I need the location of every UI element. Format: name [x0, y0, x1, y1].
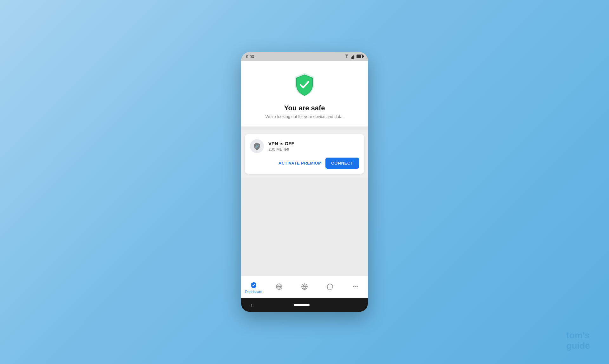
status-icons — [344, 54, 363, 59]
svg-point-11 — [278, 286, 280, 287]
svg-point-18 — [355, 286, 356, 287]
dashboard-icon — [250, 281, 258, 289]
bottom-nav: Dashboard — [241, 276, 368, 298]
battery-icon — [357, 55, 363, 58]
toms-guide-watermark: tom's guide — [566, 330, 590, 351]
nav-item-more[interactable] — [343, 283, 368, 292]
antivirus-icon — [275, 283, 283, 290]
svg-text:🔗: 🔗 — [255, 144, 259, 148]
safe-subtitle: We're looking out for your device and da… — [265, 114, 344, 119]
safe-title: You are safe — [284, 104, 325, 112]
status-bar: 9:00 — [241, 52, 368, 61]
nav-item-web[interactable] — [292, 283, 317, 292]
wifi-icon — [344, 54, 350, 59]
shield-safe-icon — [290, 70, 319, 99]
section-divider — [241, 127, 368, 130]
svg-rect-1 — [352, 56, 353, 59]
phone-frame: 9:00 — [241, 52, 368, 312]
home-pill[interactable] — [294, 304, 310, 306]
more-icon — [351, 283, 359, 290]
svg-rect-2 — [353, 55, 354, 59]
vpn-card-actions: ACTIVATE PREMIUM CONNECT — [250, 158, 359, 169]
connect-button[interactable]: CONNECT — [325, 158, 359, 169]
vpn-shield-icon: 🔗 — [250, 139, 264, 153]
gray-area — [241, 178, 368, 276]
svg-point-17 — [353, 286, 354, 287]
privacy-icon — [326, 283, 334, 290]
vpn-card-top: 🔗 VPN is OFF 200 MB left — [250, 139, 359, 153]
web-icon — [301, 283, 308, 290]
vpn-info: VPN is OFF 200 MB left — [268, 141, 359, 152]
main-content: You are safe We're looking out for your … — [241, 61, 368, 312]
svg-rect-3 — [355, 55, 355, 59]
signal-icon — [351, 54, 355, 59]
activate-premium-button[interactable]: ACTIVATE PREMIUM — [278, 161, 322, 166]
top-section: You are safe We're looking out for your … — [241, 61, 368, 127]
status-time: 9:00 — [246, 54, 254, 59]
svg-point-19 — [357, 286, 358, 287]
back-button[interactable]: ‹ — [251, 302, 252, 309]
nav-item-antivirus[interactable] — [266, 283, 292, 292]
nav-item-privacy[interactable] — [317, 283, 343, 292]
dashboard-label: Dashboard — [245, 290, 262, 294]
nav-item-dashboard[interactable]: Dashboard — [241, 281, 266, 294]
vpn-card: 🔗 VPN is OFF 200 MB left ACTIVATE PREMIU… — [245, 134, 364, 174]
vpn-data-left: 200 MB left — [268, 147, 359, 152]
svg-rect-0 — [351, 57, 352, 59]
system-nav: ‹ — [241, 298, 368, 312]
vpn-title: VPN is OFF — [268, 141, 359, 146]
